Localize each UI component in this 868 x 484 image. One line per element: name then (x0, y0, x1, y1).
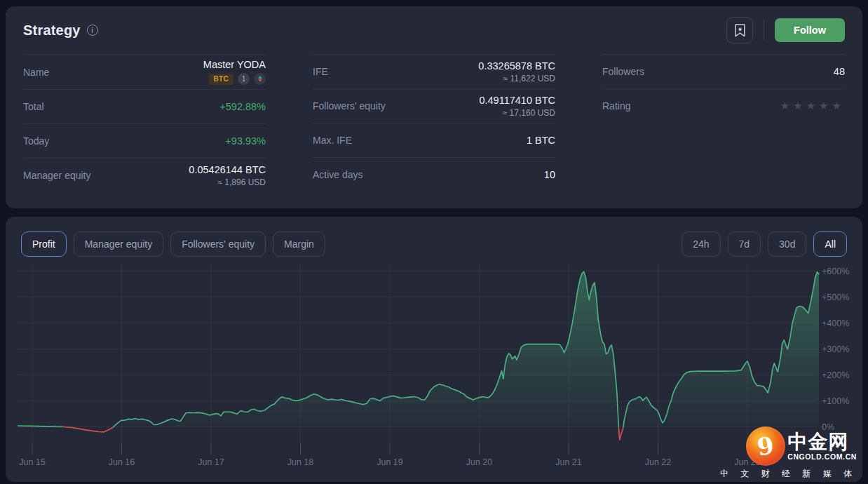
stat-row-active-days: Active days 10 (313, 157, 555, 191)
manager-equity-usd: ≈ 1,896 USD (189, 177, 266, 187)
stat-row-followers: Followers 48 (602, 54, 845, 88)
market-badge: BTC (209, 74, 233, 85)
stat-row-ife: IFE 0.33265878 BTC ≈ 11,622 USD (313, 54, 555, 88)
stat-row-manager-equity: Manager equity 0.05426144 BTC ≈ 1,896 US… (23, 158, 266, 192)
x-axis-label: Jun 16 (109, 457, 135, 467)
stat-row-name: Name Master YODA BTC 1 (23, 54, 266, 89)
max-ife-value: 1 BTC (527, 135, 555, 146)
metric-tabs: ProfitManager equityFollowers' equityMar… (21, 231, 325, 257)
chart-toolbar: ProfitManager equityFollowers' equityMar… (6, 217, 862, 257)
followers-count: 48 (834, 66, 845, 77)
watermark-name: 中金网 (787, 431, 848, 452)
x-axis-label: Jun 20 (466, 457, 493, 467)
count-badge: 1 (238, 73, 250, 85)
tab-profit[interactable]: Profit (21, 231, 67, 257)
y-axis-label: +500% (822, 293, 849, 302)
stat-label: Manager equity (23, 170, 91, 181)
active-days-value: 10 (544, 169, 555, 180)
x-axis-label: Jun 22 (645, 457, 672, 467)
stat-label: IFE (313, 66, 328, 77)
stat-row-total: Total +592.88% (23, 89, 266, 123)
y-axis-label: +100% (822, 396, 849, 406)
header-divider (764, 20, 764, 41)
range-24h[interactable]: 24h (681, 231, 720, 257)
stats-grid: Name Master YODA BTC 1 Total +592.88% To… (23, 54, 845, 192)
tab-margin[interactable]: Margin (273, 231, 325, 257)
follow-button[interactable]: Follow (775, 18, 845, 42)
stat-row-followers-equity: Followers' equity 0.49117410 BTC ≈ 17,16… (313, 88, 555, 123)
y-axis-label: +400% (822, 318, 849, 328)
watermark-url: CNGOLD.COM.CN (787, 452, 857, 461)
stat-label: Total (23, 101, 44, 112)
x-axis-label: Jun 17 (198, 457, 224, 467)
followers-equity-value: 0.49117410 BTC (479, 95, 555, 106)
strategy-panel: Strategy i Follow Name Master YODA BTC (6, 6, 862, 208)
strategy-name: Master YODA (203, 59, 266, 70)
tab-manager-equity[interactable]: Manager equity (74, 231, 164, 257)
stat-row-max-ife: Max. IFE 1 BTC (313, 123, 555, 157)
bookmark-icon (734, 24, 746, 37)
x-axis-label: Jun 21 (555, 457, 582, 467)
today-profit-value: +93.93% (225, 135, 266, 147)
rating-stars[interactable]: ★★★★★ (780, 100, 845, 112)
y-axis-label: +600% (822, 267, 849, 276)
stat-label: Max. IFE (313, 135, 352, 146)
range-7d[interactable]: 7d (728, 231, 761, 257)
range-tabs: 24h7d30dAll (681, 231, 847, 257)
stat-label: Active days (313, 169, 363, 180)
ife-usd: ≈ 11,622 USD (478, 74, 555, 83)
stat-label: Name (23, 67, 49, 78)
info-icon[interactable]: i (87, 25, 98, 36)
tab-followers-equity[interactable]: Followers' equity (170, 231, 266, 257)
strategy-header: Strategy i Follow (23, 6, 845, 54)
long-short-icon (254, 73, 266, 85)
cngold-logo-icon: 9 (746, 426, 785, 466)
y-axis-label: +200% (822, 370, 849, 380)
stat-label: Followers' equity (313, 100, 386, 112)
range-all[interactable]: All (813, 231, 847, 257)
chart-panel: ProfitManager equityFollowers' equityMar… (6, 217, 862, 482)
followers-equity-usd: ≈ 17,160 USD (479, 108, 555, 118)
manager-equity-value: 0.05426144 BTC (189, 164, 266, 175)
watermark-tagline: 中 文 财 经 新 媒 体 (720, 468, 857, 480)
chart-area-fill (18, 271, 819, 426)
stat-label: Followers (602, 66, 644, 77)
stat-label: Rating (602, 100, 630, 112)
stat-row-today: Today +93.93% (23, 123, 266, 158)
x-axis-label: Jun 18 (287, 457, 314, 467)
ife-value: 0.33265878 BTC (478, 60, 555, 72)
range-30d[interactable]: 30d (768, 231, 806, 257)
x-axis-label: Jun 15 (19, 457, 46, 467)
bookmark-button[interactable] (726, 17, 753, 43)
page-title: Strategy (23, 22, 81, 39)
stat-row-rating: Rating ★★★★★ (602, 88, 845, 123)
stat-label: Today (23, 135, 49, 147)
cngold-watermark: 9 中金网 CNGOLD.COM.CN 中 文 财 经 新 媒 体 (720, 426, 857, 480)
x-axis-label: Jun 19 (377, 457, 403, 467)
y-axis-label: +300% (822, 344, 849, 354)
total-profit-value: +592.88% (219, 101, 266, 112)
